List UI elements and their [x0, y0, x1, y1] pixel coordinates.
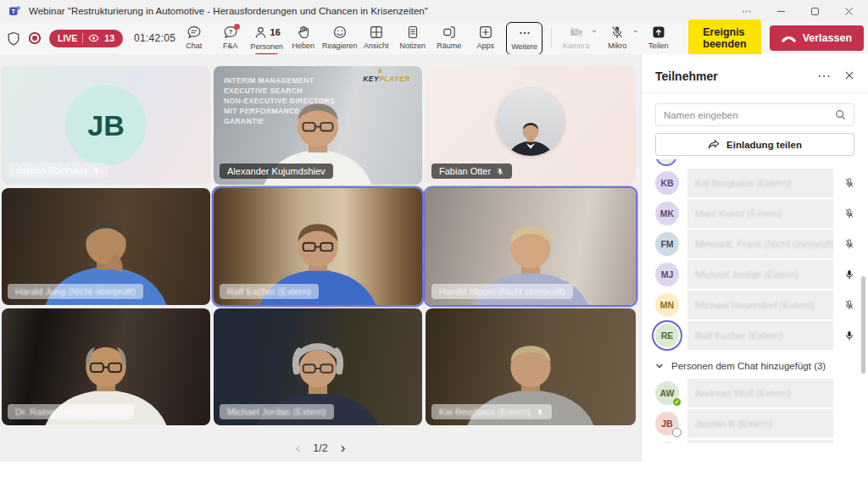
mic-off-icon — [92, 166, 101, 175]
avatar: FM — [655, 232, 679, 256]
video-tile-fabian-otter[interactable]: Fabian Otter — [426, 66, 636, 185]
participant-name-label: Michael Jordan (Extern) — [220, 404, 334, 419]
chat-added-section-header[interactable]: Personen dem Chat hinzugefügt (3) — [642, 351, 868, 378]
toolbar-raise-hand-button[interactable]: Heben — [285, 22, 321, 53]
mic-off-icon[interactable] — [842, 238, 856, 250]
participant-row[interactable]: MK Marc Kuntz (Extern) — [642, 198, 868, 229]
participant-name: Michael Neuendorf (Extern) — [687, 291, 833, 319]
video-tile-michael-jordan[interactable]: Michael Jordan (Extern) — [214, 308, 422, 425]
leave-button[interactable]: Verlassen — [770, 25, 864, 51]
teams-logo-icon: T — [8, 4, 22, 18]
more-dots-icon — [517, 25, 532, 41]
breakout-rooms-icon — [442, 25, 457, 40]
participant-row[interactable]: MN Matthias Noelker (Extern) — [642, 439, 868, 443]
window-minimize-icon[interactable] — [775, 5, 787, 17]
toolbar-mic-button[interactable]: Mikro — [599, 22, 636, 53]
participant-row[interactable]: FM Mewaldt, Frank (Nicht überprüft) — [642, 229, 868, 259]
participant-row[interactable]: MJ Michael Jordan (Extern) — [642, 259, 868, 290]
toolbar-notes-button[interactable]: Notizen — [394, 22, 431, 53]
toolbar-rooms-button[interactable]: Räume — [431, 22, 467, 53]
people-icon — [253, 25, 268, 40]
panel-close-icon[interactable] — [844, 69, 854, 84]
camera-off-icon — [569, 25, 584, 40]
toolbar-apps-button[interactable]: Apps — [467, 22, 504, 53]
video-tile-jasmin-boldhaus[interactable]: JB Jasmin Boldhaus — [2, 66, 210, 185]
raise-hand-icon — [296, 25, 311, 40]
mic-off-icon[interactable] — [842, 177, 856, 189]
window-close-icon[interactable] — [843, 5, 854, 17]
toolbar-camera-button[interactable]: Kamera — [558, 22, 594, 53]
participant-name: Mewaldt, Frank (Nicht überprüft) — [687, 230, 833, 258]
participant-row[interactable]: MN Michael Neuendorf (Extern) — [642, 290, 868, 320]
toolbar-chat-button[interactable]: Chat — [175, 22, 212, 53]
video-tile-alexander-kujumdshiev[interactable]: Interim Management Executive Search Non-… — [214, 66, 422, 185]
avatar-partial — [655, 159, 677, 166]
keyplayer-logo: KEYPLAYER — [363, 75, 410, 83]
svg-text:?: ? — [228, 28, 232, 36]
presence-available-icon: ✓ — [672, 397, 682, 407]
video-grid: JB Jasmin Boldhaus Interim Management Ex… — [2, 66, 636, 425]
page-next-icon[interactable]: › — [341, 441, 346, 455]
video-tile-harald-jung[interactable]: Harald Jung (Nicht überprüft) — [2, 188, 210, 305]
search-input[interactable] — [664, 110, 835, 120]
share-invite-button[interactable]: Einladung teilen — [655, 133, 854, 156]
participant-search[interactable] — [655, 103, 854, 126]
avatar: MK — [655, 202, 679, 225]
toolbar-people-button[interactable]: 16 Personen — [248, 22, 285, 54]
video-stage: JB Jasmin Boldhaus Interim Management Ex… — [0, 54, 641, 462]
mic-on-icon[interactable] — [842, 330, 856, 341]
avatar: MN — [655, 293, 679, 317]
recording-indicator-icon[interactable] — [28, 31, 42, 45]
participant-name-label: Kai Berghaus (Extern) — [431, 404, 552, 419]
panel-more-icon[interactable]: ⋯ — [817, 68, 831, 84]
participant-list: KB Kai Berghaus (Extern) MK Marc Kuntz (… — [642, 159, 868, 443]
toolbar-share-button[interactable]: Teilen — [640, 22, 676, 53]
toolbar-view-button[interactable]: Ansicht — [358, 22, 394, 53]
panel-title: Teilnehmer — [655, 69, 718, 83]
toolbar-react-button[interactable]: Reagieren — [321, 22, 358, 53]
video-tile-harald-nippel[interactable]: Harald Nippel (Nicht überprüft) — [426, 188, 636, 305]
meeting-toolbar: LIVE 13 01:42:05 Chat ? F&A — [0, 22, 868, 54]
avatar: MN — [655, 442, 679, 443]
participant-name-label: Ralf Escher (Extern) — [220, 284, 319, 299]
avatar: KB — [655, 171, 679, 195]
mic-off-icon — [609, 25, 625, 40]
video-tile-kai-berghaus[interactable]: Kai Berghaus (Extern) — [426, 308, 636, 425]
video-tile-rainer-lehnen[interactable]: Dr. Rainer Lehnen (Extern) — [2, 308, 210, 425]
share-invite-icon — [708, 139, 720, 150]
participant-name-label: Fabian Otter — [431, 164, 512, 179]
toolbar-qa-button[interactable]: ? F&A — [212, 22, 248, 53]
svg-text:T: T — [11, 8, 15, 15]
presence-offline-icon — [672, 428, 682, 437]
viewer-count: 13 — [104, 33, 114, 43]
avatar-speaking: RE — [655, 324, 679, 347]
end-event-button[interactable]: Ereignis beenden — [688, 19, 760, 57]
window-maximize-icon[interactable] — [809, 5, 821, 17]
page-indicator: 1/2 — [313, 442, 327, 454]
mic-off-icon[interactable] — [842, 208, 856, 219]
participant-row[interactable]: AW ✓ Andreas Wolf (Extern) — [642, 378, 868, 408]
mic-on-icon[interactable] — [842, 269, 856, 280]
participant-name: Matthias Noelker (Extern) — [687, 440, 833, 443]
toolbar-more-button[interactable]: Weitere — [506, 22, 542, 55]
participant-row[interactable]: RE Ralf Escher (Extern) — [642, 320, 868, 351]
participant-row[interactable]: KB Kai Berghaus (Extern) — [642, 168, 868, 198]
avatar: JB — [65, 85, 147, 166]
apps-plus-icon — [478, 25, 493, 40]
page-prev-icon[interactable]: ‹ — [296, 441, 301, 455]
participant-name: Jasmin B (Extern) — [687, 409, 833, 438]
window-more-icon[interactable]: ⋯ — [741, 5, 753, 17]
participant-row[interactable]: JB Jasmin B (Extern) — [642, 408, 868, 439]
panel-scrollbar[interactable] — [861, 276, 865, 374]
video-tile-ralf-escher[interactable]: Ralf Escher (Extern) — [214, 188, 422, 305]
hangup-phone-icon — [782, 34, 796, 42]
security-shield-icon[interactable] — [7, 31, 20, 46]
participant-name-label: Harald Jung (Nicht überprüft) — [8, 284, 143, 299]
avatar: JB — [655, 412, 679, 435]
participant-name: Ralf Escher (Extern) — [687, 321, 833, 350]
participant-name: Andreas Wolf (Extern) — [687, 379, 833, 408]
avatar: AW ✓ — [655, 381, 679, 405]
mic-off-icon — [536, 408, 544, 417]
meeting-timer: 01:42:05 — [134, 32, 175, 44]
mic-off-icon[interactable] — [842, 299, 856, 311]
